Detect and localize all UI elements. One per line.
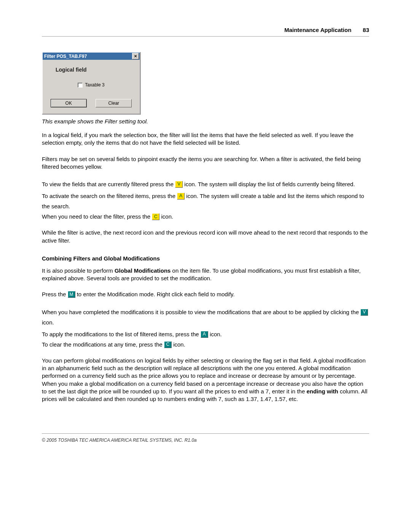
paragraph: When you have completed the modification… [42, 307, 369, 328]
paragraph: You can perform global modifications on … [42, 357, 369, 403]
view-modifications-icon[interactable]: V [360, 309, 368, 316]
clear-button[interactable]: Clear [96, 99, 132, 107]
term-global-modifications: Global Modifications [115, 267, 171, 274]
dialog-titlebar: Filter POS_TAB.F97 ✕ [43, 53, 140, 60]
paragraph: To apply the modifications to the list o… [42, 329, 369, 339]
page-header: Maintenance Application 83 [42, 27, 369, 37]
paragraph: Press the M to enter the Modification mo… [42, 291, 369, 298]
text: icon. [161, 213, 174, 220]
text: It is also possible to perform [42, 267, 115, 274]
text: icon. The system will display the list o… [184, 181, 355, 187]
filter-dialog: Filter POS_TAB.F97 ✕ Logical field Taxab… [42, 52, 140, 114]
taxable-checkbox-row: Taxable 3 [48, 82, 134, 88]
taxable-checkbox-label: Taxable 3 [85, 82, 104, 88]
clear-modifications-icon[interactable]: C [164, 341, 172, 348]
text: icon. [173, 341, 185, 348]
paragraph: While the filter is active, the next rec… [42, 229, 369, 244]
taxable-checkbox[interactable] [78, 83, 83, 88]
close-icon[interactable]: ✕ [132, 53, 139, 59]
text: to enter the Modification mode. Right cl… [77, 291, 235, 297]
activate-filter-icon[interactable]: A [177, 193, 185, 200]
term-ending-with: ending with [306, 388, 338, 395]
page-number: 83 [363, 27, 369, 33]
text: To view the fields that are currently fi… [42, 181, 175, 187]
text: To activate the search on the filtered i… [42, 193, 177, 199]
text: To clear the modifications at any time, … [42, 341, 164, 348]
text: icon. [210, 331, 222, 337]
view-filter-icon[interactable]: V [175, 181, 183, 188]
section-heading: Combining Filters and Global Modificatio… [42, 255, 369, 262]
dialog-body: Logical field Taxable 3 OK Clear [43, 60, 140, 113]
document-page: Maintenance Application 83 Filter POS_TA… [0, 0, 411, 462]
text: To apply the modifications to the list o… [42, 331, 201, 337]
modification-mode-icon[interactable]: M [68, 291, 75, 298]
text: When you need to clear the filter, press… [42, 213, 152, 220]
paragraph: To activate the search on the filtered i… [42, 191, 369, 211]
clear-filter-icon[interactable]: C [152, 213, 159, 220]
paragraph: To clear the modifications at any time, … [42, 341, 369, 348]
dialog-button-row: OK Clear [48, 99, 134, 107]
logical-field-label: Logical field [56, 67, 134, 73]
paragraph: To view the fields that are currently fi… [42, 179, 369, 189]
header-title: Maintenance Application [284, 27, 351, 33]
paragraph: It is also possible to perform Global Mo… [42, 267, 369, 283]
dialog-title: Filter POS_TAB.F97 [44, 54, 87, 59]
text: icon. [42, 319, 54, 326]
text: When you have completed the modification… [42, 309, 360, 315]
ok-button[interactable]: OK [51, 99, 87, 107]
page-footer: © 2005 TOSHIBA TEC AMERICA AMERICA RETAI… [42, 433, 369, 443]
figure-caption: This example shows the Filter setting to… [42, 118, 369, 125]
paragraph: When you need to clear the filter, press… [42, 213, 369, 220]
text: Press the [42, 291, 68, 297]
paragraph: In a logical field, if you mark the sele… [42, 131, 369, 147]
apply-modifications-icon[interactable]: A [201, 331, 208, 338]
paragraph: Filters may be set on several fields to … [42, 155, 369, 171]
